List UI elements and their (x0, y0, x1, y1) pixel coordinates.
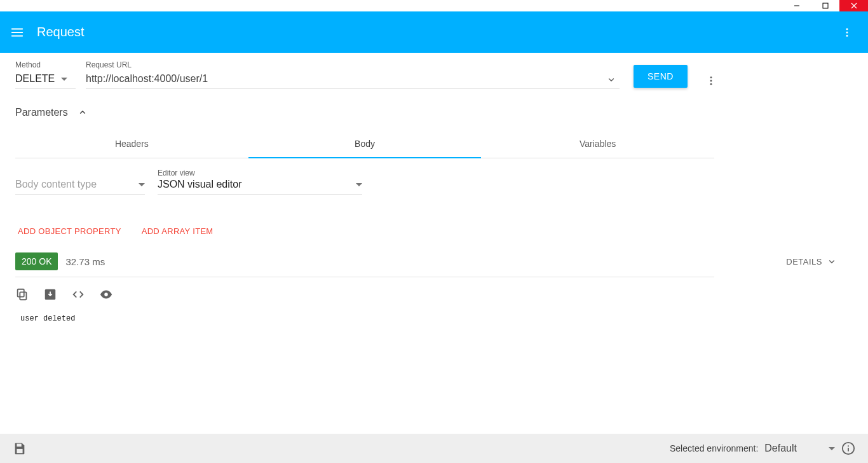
window-controls (0, 0, 868, 11)
chevron-down-icon (826, 256, 837, 267)
svg-point-7 (710, 76, 712, 78)
method-value: DELETE (15, 73, 55, 85)
method-select[interactable]: DELETE (15, 71, 76, 89)
page-title: Request (37, 25, 85, 39)
parameters-label: Parameters (15, 107, 68, 118)
more-vert-icon[interactable] (836, 22, 858, 43)
dropdown-icon (139, 183, 145, 186)
editor-view-select[interactable]: JSON visual editor (158, 177, 362, 195)
request-line: Method DELETE Request URL http://localho… (15, 60, 853, 89)
tab-headers[interactable]: Headers (15, 130, 248, 158)
svg-point-5 (846, 31, 848, 33)
svg-point-9 (710, 83, 712, 85)
editor-view-label: Editor view (158, 169, 195, 177)
info-icon[interactable] (841, 441, 855, 455)
details-toggle[interactable]: DETAILS (786, 256, 837, 267)
svg-point-13 (104, 293, 108, 296)
content-area: Method DELETE Request URL http://localho… (0, 53, 868, 434)
parameters-toggle[interactable]: Parameters (15, 107, 853, 118)
svg-point-17 (848, 445, 849, 446)
copy-icon[interactable] (15, 287, 29, 301)
svg-rect-15 (17, 444, 21, 447)
environment-select[interactable]: Default (764, 443, 835, 454)
minimize-button[interactable] (782, 0, 811, 11)
response-body: user deleted (15, 314, 853, 323)
response-toolbar (15, 287, 853, 301)
bottom-bar: Selected environment: Default (0, 434, 868, 463)
method-label: Method (15, 60, 76, 69)
svg-rect-14 (17, 449, 22, 453)
chevron-up-icon (77, 107, 88, 118)
chevron-down-icon[interactable] (606, 74, 617, 85)
details-label: DETAILS (786, 257, 822, 266)
request-more-icon[interactable] (705, 75, 717, 86)
code-icon[interactable] (71, 287, 85, 301)
send-button[interactable]: SEND (634, 65, 688, 88)
svg-rect-11 (18, 289, 24, 297)
tabs: Headers Body Variables (15, 130, 714, 158)
svg-rect-10 (20, 292, 26, 300)
body-editor-row: Body content type Editor view JSON visua… (15, 167, 853, 195)
tab-body[interactable]: Body (248, 130, 482, 158)
close-button[interactable] (839, 0, 868, 11)
dropdown-icon (356, 183, 362, 186)
dropdown-icon (829, 447, 835, 450)
maximize-button[interactable] (811, 0, 839, 11)
body-content-type-select[interactable]: Body content type (15, 167, 145, 195)
divider (15, 277, 714, 277)
tab-variables[interactable]: Variables (481, 130, 714, 158)
svg-point-6 (846, 34, 848, 36)
svg-point-8 (710, 80, 712, 82)
env-label: Selected environment: (670, 443, 758, 453)
eye-icon[interactable] (99, 287, 113, 301)
add-array-item-button[interactable]: ADD ARRAY ITEM (139, 221, 216, 241)
body-content-type-placeholder: Body content type (15, 179, 97, 190)
svg-rect-1 (823, 3, 828, 8)
response-time: 32.73 ms (65, 256, 105, 267)
app-bar: Request (0, 11, 868, 53)
response-status-line: 200 OK 32.73 ms DETAILS (15, 252, 853, 270)
save-icon[interactable] (13, 441, 27, 455)
editor-view-value: JSON visual editor (158, 179, 242, 190)
svg-rect-18 (848, 448, 849, 452)
url-input[interactable]: http://localhost:4000/user/1 (86, 71, 620, 89)
env-value: Default (764, 443, 797, 454)
json-actions: ADD OBJECT PROPERTY ADD ARRAY ITEM (15, 221, 853, 241)
svg-point-4 (846, 28, 848, 30)
add-object-property-button[interactable]: ADD OBJECT PROPERTY (15, 221, 124, 241)
menu-icon[interactable] (10, 25, 24, 39)
dropdown-icon (61, 78, 67, 81)
download-icon[interactable] (43, 287, 57, 301)
url-label: Request URL (86, 60, 620, 69)
status-badge: 200 OK (15, 252, 58, 270)
